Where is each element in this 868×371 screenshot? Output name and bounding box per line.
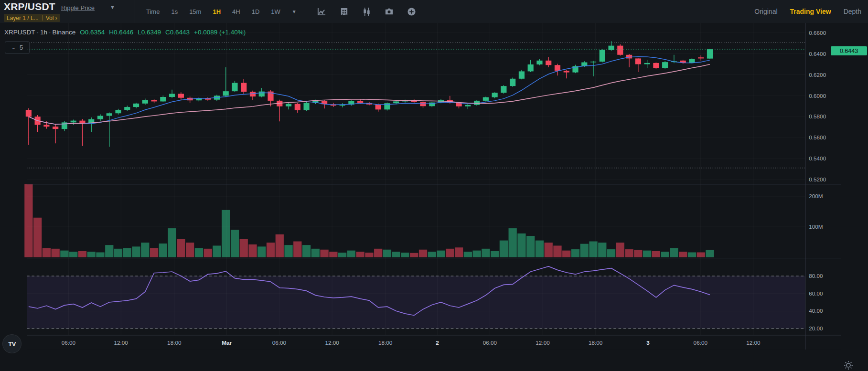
interval-1w[interactable]: 1W [271, 8, 280, 15]
volume-bar [311, 249, 320, 257]
candle-body [26, 110, 32, 117]
view-tab-original[interactable]: Original [754, 8, 777, 15]
volume-bar [383, 250, 391, 257]
volume-tag[interactable]: Vol › [46, 15, 57, 21]
volume-bar [231, 230, 239, 257]
volume-bar [78, 251, 86, 257]
time-tick-label: 06:00 [694, 339, 708, 346]
candle-body [142, 100, 148, 104]
candle-body [590, 62, 596, 63]
category-tag[interactable]: Layer 1 / L... [7, 15, 39, 21]
volume-bar [284, 245, 292, 257]
volume-bar [580, 244, 589, 257]
sun-icon[interactable] [843, 360, 854, 371]
candle-body [232, 83, 237, 92]
interval-1s[interactable]: 1s [171, 8, 178, 15]
volume-bar [96, 252, 104, 257]
volume-bar [428, 252, 436, 257]
chevron-down-icon: ⌄ [11, 44, 16, 51]
interval-dropdown-caret-icon[interactable]: ▼ [292, 9, 297, 14]
candlestick-style-icon[interactable] [362, 7, 371, 16]
candle-body [286, 104, 291, 106]
candle-body [295, 104, 300, 110]
candle-body [107, 113, 112, 116]
tradingview-logo[interactable]: TV [2, 334, 21, 353]
candle-body [483, 97, 489, 101]
indicators-icon[interactable] [340, 7, 349, 16]
volume-bar [177, 239, 185, 257]
candle-body [393, 101, 399, 103]
line-chart-icon[interactable] [317, 7, 326, 16]
interval-1d[interactable]: 1D [252, 8, 260, 15]
volume-bar [607, 249, 615, 257]
volume-bar [598, 243, 606, 257]
volume-bar [437, 251, 445, 257]
interval-15m[interactable]: 15m [189, 8, 201, 15]
time-tick-label: 06:00 [62, 339, 76, 346]
candle-body [241, 83, 246, 92]
candle-body [662, 62, 668, 68]
time-tick-label: 3 [646, 339, 650, 346]
symbol-title-block: XRP/USDT Ripple Price ▼ Layer 1 / L... V… [0, 0, 135, 23]
candle-body [555, 65, 560, 71]
candle-body [546, 61, 551, 65]
interval-4h[interactable]: 4H [232, 8, 240, 15]
volume-bar [320, 250, 328, 257]
rsi-tick-label: 40.00 [809, 308, 823, 314]
candle-body [492, 93, 498, 97]
volume-bar [410, 253, 418, 257]
volume-bar [616, 243, 624, 257]
symbol-tags[interactable]: Layer 1 / L... Vol › [4, 14, 60, 22]
candle-body [71, 121, 76, 123]
candle-body [43, 125, 49, 127]
candle-body [617, 46, 623, 55]
volume-bar [446, 249, 454, 257]
plus-circle-icon[interactable] [407, 7, 416, 16]
volume-bar [69, 252, 77, 257]
candle-body [689, 59, 695, 63]
view-tab-depth[interactable]: Depth [844, 8, 861, 15]
volume-bar [661, 252, 669, 257]
volume-tick-label: 200M [809, 193, 823, 199]
volume-bar [697, 252, 705, 257]
camera-icon[interactable] [385, 7, 394, 16]
volume-bar [365, 253, 373, 257]
volume-bar [43, 248, 51, 257]
candle-body [698, 57, 704, 58]
volume-bar [517, 233, 525, 257]
symbol-dropdown-caret-icon[interactable]: ▼ [110, 4, 115, 10]
volume-bar [132, 246, 140, 257]
interval-time[interactable]: Time [146, 8, 160, 15]
symbol-pair-title[interactable]: XRP/USDT [4, 1, 55, 12]
view-tab-trading-view[interactable]: Trading View [790, 8, 831, 15]
volume-bar [329, 252, 337, 257]
trading-app: XRP/USDT Ripple Price ▼ Layer 1 / L... V… [0, 0, 868, 371]
price-tick-label: 0.5600 [809, 134, 826, 140]
volume-bar [536, 241, 544, 257]
volume-bar [204, 249, 212, 257]
price-tick-label: 0.6000 [809, 93, 826, 99]
indicators-collapse-button[interactable]: ⌄ 5 [5, 41, 30, 54]
interval-1h[interactable]: 1H [213, 8, 221, 15]
symbol-name-link[interactable]: Ripple Price [61, 4, 95, 11]
volume-bar [168, 228, 176, 257]
volume-bar [688, 252, 696, 257]
time-tick-label: 18:00 [167, 339, 182, 346]
price-tick-label: 0.5800 [809, 113, 826, 119]
candle-body [635, 58, 641, 64]
volume-bar [652, 251, 660, 257]
volume-bar [123, 248, 131, 257]
candle-body [53, 127, 58, 129]
volume-bar [392, 252, 400, 257]
volume-bar [670, 248, 678, 257]
volume-bar [87, 252, 96, 257]
chart-canvas[interactable]: 0.66000.64000.62000.60000.58000.56000.54… [0, 23, 868, 371]
time-tick-label: 18:00 [378, 339, 393, 346]
candle-body [357, 101, 363, 103]
volume-bar [455, 247, 463, 257]
candle-body [653, 63, 659, 68]
time-tick-label: 06:00 [272, 339, 287, 346]
interval-selector: Time1s15m1H4H1D1W▼ [146, 0, 297, 23]
volume-bar [257, 246, 266, 257]
volume-bar [338, 253, 346, 257]
